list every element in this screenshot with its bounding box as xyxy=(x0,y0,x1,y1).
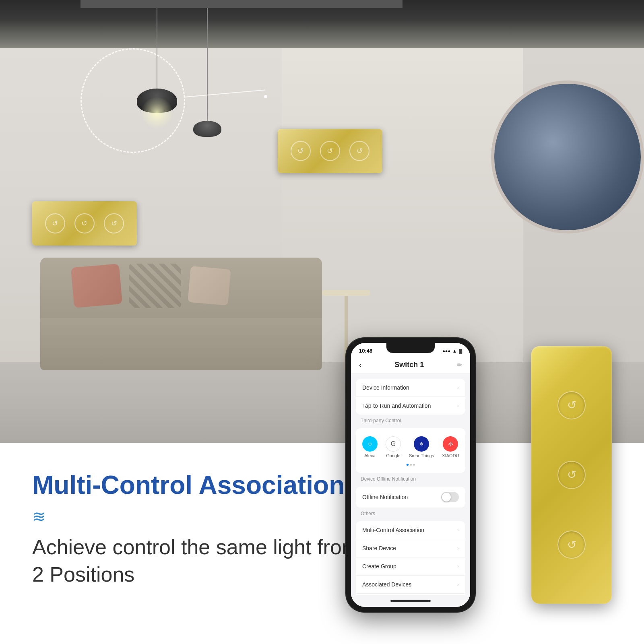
wall-switch-top: ↺ ↺ ↺ xyxy=(278,129,382,173)
annotation-circle xyxy=(80,48,185,153)
pillow-orange xyxy=(71,264,122,308)
toggle-knob xyxy=(442,493,451,502)
google-label: Google xyxy=(386,453,400,458)
wave-icon: ≋ xyxy=(32,507,612,526)
decorative-circle xyxy=(491,80,644,233)
menu-item-tap-run[interactable]: Tap-to-Run and Automation › xyxy=(356,397,465,415)
screen-content: Device Information › Tap-to-Run and Auto… xyxy=(351,374,470,595)
section-label-others: Others xyxy=(351,508,470,518)
alexa-label: Alexa xyxy=(364,453,376,458)
annotation-dot xyxy=(264,95,267,98)
status-time: 10:48 xyxy=(359,348,372,354)
menu-item-share-device[interactable]: Share Device › xyxy=(356,539,465,557)
xiaodu-label: XIAODU xyxy=(442,453,459,458)
dots-indicator xyxy=(362,461,459,468)
pendant-light-right xyxy=(193,8,221,137)
gold-switch-panel: ↺ ↺ ↺ xyxy=(531,346,612,604)
sofa xyxy=(40,258,322,370)
chevron-icon: › xyxy=(457,385,459,390)
share-device-label: Share Device xyxy=(362,545,396,551)
description-text: Achieve control the same light from2 Pos… xyxy=(32,534,612,588)
google-circle: G xyxy=(386,436,401,452)
associated-devices-label: Associated Devices xyxy=(362,581,411,588)
offline-notification-row: Offline Notification xyxy=(356,487,465,508)
pendant-head-right xyxy=(193,121,221,137)
switch-button-2: ↺ xyxy=(320,141,340,161)
others-section: Multi-Control Association › Share Device… xyxy=(356,521,465,595)
wall-switch-left: ↺ ↺ ↺ xyxy=(32,201,137,246)
chevron-icon: › xyxy=(457,564,459,569)
chevron-icon: › xyxy=(457,582,459,587)
phone-mockup: 10:48 ●●● ▲ ▓ ‹ Switch 1 ✏ Device Inform… xyxy=(346,338,475,612)
menu-item-multi-control[interactable]: Multi-Control Association › xyxy=(356,521,465,539)
phone-body: 10:48 ●●● ▲ ▓ ‹ Switch 1 ✏ Device Inform… xyxy=(346,338,475,612)
table-top xyxy=(322,290,370,296)
offline-toggle[interactable] xyxy=(441,492,459,502)
dot xyxy=(410,464,412,466)
chevron-icon: › xyxy=(457,527,459,533)
edit-button[interactable]: ✏ xyxy=(457,361,462,369)
menu-item-create-group[interactable]: Create Group › xyxy=(356,557,465,576)
switch-button-6: ↺ xyxy=(104,213,124,233)
menu-label-tap-run: Tap-to-Run and Automation xyxy=(362,402,431,409)
offline-notification-label: Offline Notification xyxy=(362,494,408,500)
chevron-icon: › xyxy=(457,545,459,551)
alexa-icon-item[interactable]: ○ Alexa xyxy=(362,436,378,458)
third-party-section: ○ Alexa G Google ❄ SmartThings 小 xyxy=(356,428,465,473)
menu-label-device-info: Device Information xyxy=(362,384,409,391)
ceiling-track xyxy=(80,0,402,8)
switch-button-5: ↺ xyxy=(74,213,95,233)
dot xyxy=(413,464,415,466)
back-button[interactable]: ‹ xyxy=(359,360,362,369)
smartthings-icon-item[interactable]: ❄ SmartThings xyxy=(409,436,434,458)
pillow-beige xyxy=(188,266,231,305)
text-section: Multi-Control Association ≋ Achieve cont… xyxy=(32,467,612,588)
smartthings-label: SmartThings xyxy=(409,453,434,458)
battery-icon: ▓ xyxy=(459,349,462,353)
google-icon-item[interactable]: G Google xyxy=(386,436,401,458)
dot-active xyxy=(407,464,409,466)
gold-switch-button-2[interactable]: ↺ xyxy=(557,461,586,489)
bottom-bar xyxy=(351,595,470,607)
section-label-offline: Device Offline Notification xyxy=(351,473,470,483)
gold-switch-button-3[interactable]: ↺ xyxy=(557,530,586,559)
xiaodu-circle: 小 xyxy=(443,436,458,452)
pillow-checkered xyxy=(129,264,181,308)
notification-section: Offline Notification xyxy=(356,487,465,508)
switch-button-4: ↺ xyxy=(45,213,65,233)
main-menu-section: Device Information › Tap-to-Run and Auto… xyxy=(356,379,465,415)
xiaodu-icon-item[interactable]: 小 XIAODU xyxy=(442,436,459,458)
chevron-icon: › xyxy=(457,403,459,409)
wifi-icon: ▲ xyxy=(452,349,457,353)
pendant-cord-right xyxy=(207,8,208,121)
alexa-circle: ○ xyxy=(362,436,378,452)
gold-switch-button-1[interactable]: ↺ xyxy=(557,391,586,419)
multi-control-label: Multi-Control Association xyxy=(362,527,424,533)
main-title: Multi-Control Association xyxy=(32,471,612,499)
menu-item-associated-devices[interactable]: Associated Devices › xyxy=(356,576,465,594)
create-group-label: Create Group xyxy=(362,563,396,570)
menu-item-device-info[interactable]: Device Information › xyxy=(356,379,465,397)
sofa-seat xyxy=(40,318,322,370)
nav-title: Switch 1 xyxy=(394,361,424,369)
section-label-third-party: Third-party Control xyxy=(351,415,470,425)
nav-bar: ‹ Switch 1 ✏ xyxy=(351,356,470,374)
phone-notch xyxy=(386,343,435,353)
sofa-back xyxy=(40,258,322,322)
switch-button-3: ↺ xyxy=(349,141,369,161)
ceiling xyxy=(0,0,644,48)
third-party-grid: ○ Alexa G Google ❄ SmartThings 小 xyxy=(362,433,459,461)
phone-screen: 10:48 ●●● ▲ ▓ ‹ Switch 1 ✏ Device Inform… xyxy=(351,343,470,607)
status-icons: ●●● ▲ ▓ xyxy=(442,349,462,353)
smartthings-circle: ❄ xyxy=(414,436,429,452)
home-indicator xyxy=(390,600,431,602)
switch-button-1: ↺ xyxy=(291,141,311,161)
signal-icon: ●●● xyxy=(442,349,450,353)
